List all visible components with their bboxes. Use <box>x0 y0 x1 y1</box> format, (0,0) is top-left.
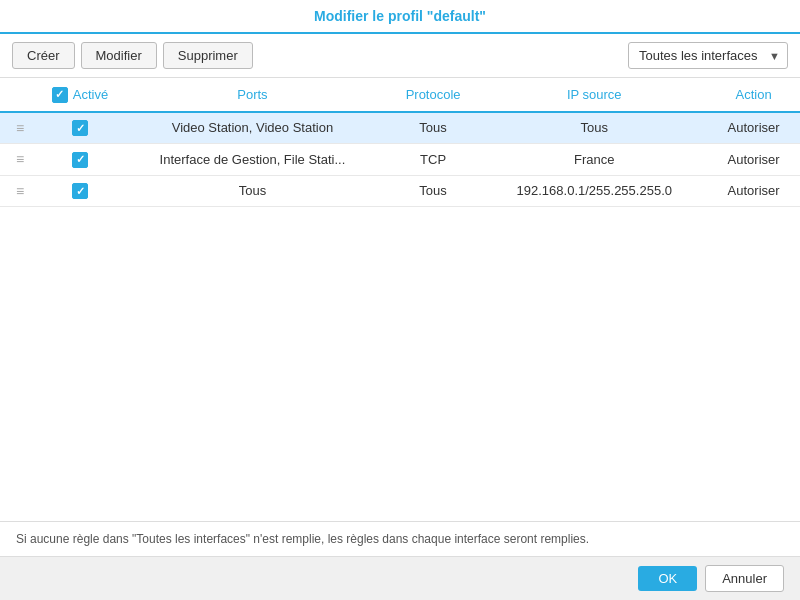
table-body: ≡Video Station, Video StationTousTousAut… <box>0 112 800 207</box>
modify-button[interactable]: Modifier <box>81 42 157 69</box>
footer-note-text: Si aucune règle dans "Toutes les interfa… <box>16 532 589 546</box>
drag-icon: ≡ <box>16 151 24 167</box>
active-cell <box>40 144 120 176</box>
ip-source-cell: France <box>481 144 707 176</box>
table-row[interactable]: ≡Video Station, Video StationTousTousAut… <box>0 112 800 144</box>
drag-icon: ≡ <box>16 120 24 136</box>
header-drag <box>0 78 40 112</box>
title-bar: Modifier le profil "default" <box>0 0 800 34</box>
toolbar: Créer Modifier Supprimer Toutes les inte… <box>0 34 800 78</box>
create-button[interactable]: Créer <box>12 42 75 69</box>
drag-handle[interactable]: ≡ <box>0 175 40 207</box>
table-header-row: Activé Ports Protocole IP source Action <box>0 78 800 112</box>
drag-icon: ≡ <box>16 183 24 199</box>
protocole-cell: Tous <box>385 175 481 207</box>
interface-dropdown-wrapper: Toutes les interfaces LAN WAN ▼ <box>628 42 788 69</box>
ip-source-cell: 192.168.0.1/255.255.255.0 <box>481 175 707 207</box>
row-checkbox[interactable] <box>72 152 88 168</box>
active-cell <box>40 175 120 207</box>
rules-table-container: Activé Ports Protocole IP source Action … <box>0 78 800 521</box>
action-bar: OK Annuler <box>0 556 800 600</box>
header-protocole: Protocole <box>385 78 481 112</box>
header-action-label: Action <box>736 87 772 102</box>
action-cell: Autoriser <box>707 112 800 144</box>
ip-source-cell: Tous <box>481 112 707 144</box>
table-row[interactable]: ≡TousTous192.168.0.1/255.255.255.0Autori… <box>0 175 800 207</box>
interface-dropdown[interactable]: Toutes les interfaces LAN WAN <box>628 42 788 69</box>
page-title: Modifier le profil "default" <box>314 8 486 24</box>
protocole-cell: TCP <box>385 144 481 176</box>
drag-handle[interactable]: ≡ <box>0 144 40 176</box>
header-ports-label: Ports <box>237 87 267 102</box>
table-row[interactable]: ≡Interface de Gestion, File Stati...TCPF… <box>0 144 800 176</box>
delete-button[interactable]: Supprimer <box>163 42 253 69</box>
row-checkbox[interactable] <box>72 120 88 136</box>
header-checkbox[interactable] <box>52 87 68 103</box>
rules-table: Activé Ports Protocole IP source Action … <box>0 78 800 207</box>
header-active-label: Activé <box>73 87 108 102</box>
header-protocole-label: Protocole <box>406 87 461 102</box>
header-ip-label: IP source <box>567 87 622 102</box>
active-cell <box>40 112 120 144</box>
header-active: Activé <box>40 78 120 112</box>
row-checkbox[interactable] <box>72 183 88 199</box>
ports-cell: Tous <box>120 175 385 207</box>
ok-button[interactable]: OK <box>638 566 697 591</box>
cancel-button[interactable]: Annuler <box>705 565 784 592</box>
footer-note: Si aucune règle dans "Toutes les interfa… <box>0 521 800 556</box>
ports-cell: Video Station, Video Station <box>120 112 385 144</box>
ports-cell: Interface de Gestion, File Stati... <box>120 144 385 176</box>
header-ports: Ports <box>120 78 385 112</box>
action-cell: Autoriser <box>707 144 800 176</box>
drag-handle[interactable]: ≡ <box>0 112 40 144</box>
protocole-cell: Tous <box>385 112 481 144</box>
action-cell: Autoriser <box>707 175 800 207</box>
header-ip-source: IP source <box>481 78 707 112</box>
header-action: Action <box>707 78 800 112</box>
